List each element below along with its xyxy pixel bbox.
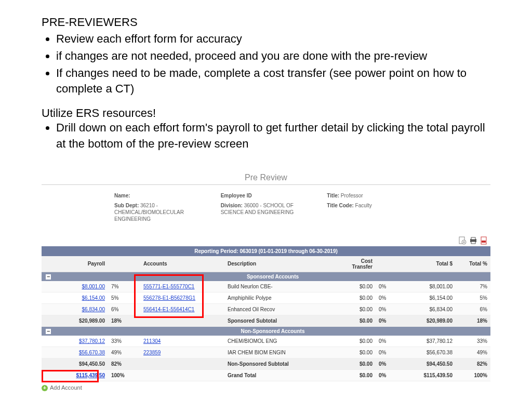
col-description: Description [224,256,338,272]
account-link[interactable]: 556278-E1-B56278G1 [143,295,195,301]
svg-rect-3 [471,237,475,240]
sponsored-subtotal: $20,989.00 18% Sponsored Subtotal $0.00 … [42,315,490,326]
doc-heading: PRE-REVIEWERS [42,16,490,29]
tot: $8,001.00 [403,281,456,292]
reporting-period: Reporting Period: 063019 (01-01-2019 thr… [42,246,490,256]
payroll-link[interactable]: $6,154.00 [82,295,105,301]
collapse-sponsored[interactable]: − [46,274,51,280]
titlecode-label: Title Code: [327,203,353,208]
payroll-link[interactable]: $8,001.00 [82,284,105,289]
plus-icon: + [42,385,48,391]
payroll-link[interactable]: $56,670.38 [79,350,105,355]
pct: 7% [108,281,140,292]
account-link[interactable]: 211304 [143,338,161,344]
section-sponsored: Sponsored Accounts [55,272,490,281]
resources-heading: Utilize ERS resources! [42,107,490,120]
svg-rect-4 [471,242,475,244]
svg-rect-6 [482,241,486,243]
title-value: Professor [341,193,363,198]
export-icon[interactable] [457,237,467,243]
grand-total: $115,439.50 100% Grand Total $0.00 0% $1… [42,369,490,381]
account-link[interactable]: 223859 [143,350,161,355]
name-label: Name: [114,193,130,198]
table-row: $6,834.00 6% 556414-E1-556414C1 Enhanced… [42,303,490,315]
add-account-button[interactable]: +Add Account [42,384,490,391]
table-row: $37,780.12 33% 211304 CHEM/BIOMOL ENG $0… [42,336,490,347]
table-row: $56,670.38 49% 223859 IAR CHEM BIOM ENGI… [42,347,490,358]
resources-bullets: Drill down on each effort form's payroll… [42,120,490,152]
print-icon[interactable] [468,237,477,243]
table-row: $8,001.00 7% 555771-E1-555770C1 Build Ne… [42,281,490,292]
collapse-nonsponsored[interactable]: − [46,329,51,334]
table-row: $6,154.00 5% 556278-E1-B56278G1 Amphiphi… [42,292,490,303]
toolbar [42,236,490,245]
section-nonsponsored: Non-Sponsored Accounts [55,326,490,336]
col-cost-transfer: Cost Transfer [338,256,376,272]
nonsponsored-subtotal: $94,450.50 82% Non-Sponsored Subtotal $0… [42,358,490,369]
ct-amt: $0.00 [338,281,376,292]
pdf-icon[interactable] [479,237,488,243]
account-link[interactable]: 556414-E1-556414C1 [143,307,194,312]
grand-total-payroll-link[interactable]: $115,439.50 [76,373,105,378]
col-accounts: Accounts [140,256,224,272]
payroll-link[interactable]: $6,834.00 [82,307,105,312]
payroll-link[interactable]: $37,780.12 [79,338,105,344]
effort-table: Reporting Period: 063019 (01-01-2019 thr… [42,246,490,381]
pre-review-title: Pre Review [42,172,490,185]
subdept-label: Sub Dept: [114,203,139,208]
title-label: Title: [327,193,339,198]
bullet-item: If changes need to be made, complete a c… [56,65,490,98]
account-link[interactable]: 555771-E1-555770C1 [143,284,194,289]
titlecode-value: Faculty [355,203,372,208]
bullet-item: Review each effort form for accuracy [56,31,490,47]
ct-pct: 0% [376,281,403,292]
bullet-item: if changes are not needed, proceed and y… [56,48,490,64]
bullet-item: Drill down on each effort form's payroll… [56,120,490,152]
col-payroll: Payroll [55,256,108,272]
desc: Build Neurlon CBE- [224,281,338,292]
employee-meta: Name: Sub Dept: 36210 - CHEMICAL/BIOMOLE… [42,192,490,236]
doc-bullets: Review each effort form for accuracy if … [42,31,490,97]
tot-pct: 7% [456,281,490,292]
division-label: Division: [221,203,243,208]
empid-label: Employee ID [221,193,252,198]
col-total-pct: Total % [456,256,490,272]
col-total-dollar: Total $ [403,256,456,272]
